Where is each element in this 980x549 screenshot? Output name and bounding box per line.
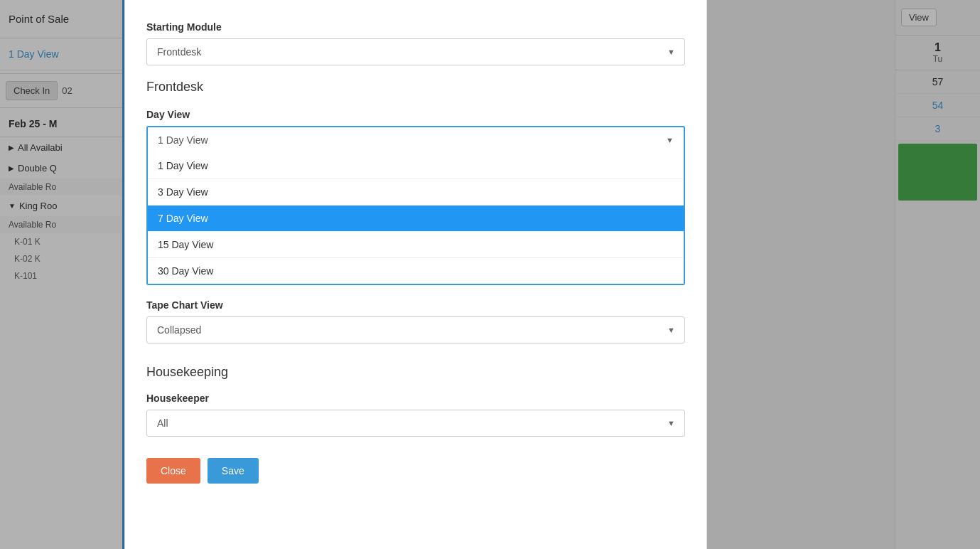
day-view-option-1[interactable]: 1 Day View bbox=[148, 153, 684, 179]
day-view-option-30[interactable]: 30 Day View bbox=[148, 258, 684, 284]
housekeeping-section: Housekeeping Housekeeper All bbox=[146, 365, 685, 437]
day-view-field-label: Day View bbox=[146, 109, 685, 120]
housekeeper-label: Housekeeper bbox=[146, 393, 685, 404]
settings-modal: Starting Module Frontdesk Frontdesk Day … bbox=[124, 0, 707, 549]
modal-footer: Close Save bbox=[146, 458, 685, 484]
day-view-dropdown-header[interactable]: 1 Day View ▼ bbox=[146, 126, 685, 153]
day-view-option-15[interactable]: 15 Day View bbox=[148, 232, 684, 258]
close-button[interactable]: Close bbox=[146, 458, 200, 484]
tape-chart-select[interactable]: Collapsed bbox=[146, 316, 685, 343]
starting-module-select-wrapper: Frontdesk bbox=[146, 38, 685, 65]
housekeeping-section-title: Housekeeping bbox=[146, 365, 685, 380]
tape-chart-label: Tape Chart View bbox=[146, 299, 685, 311]
housekeeper-select[interactable]: All bbox=[146, 410, 685, 437]
save-button[interactable]: Save bbox=[208, 458, 259, 484]
starting-module-label: Starting Module bbox=[146, 21, 685, 33]
day-view-dropdown-list: 1 Day View 3 Day View 7 Day View 15 Day … bbox=[146, 153, 685, 285]
housekeeper-select-wrapper: All bbox=[146, 410, 685, 437]
day-view-option-7[interactable]: 7 Day View bbox=[148, 206, 684, 232]
dropdown-chevron: ▼ bbox=[666, 136, 674, 144]
day-view-current-value: 1 Day View bbox=[158, 134, 208, 146]
frontdesk-section-title: Frontdesk bbox=[146, 80, 685, 95]
starting-module-select[interactable]: Frontdesk bbox=[146, 38, 685, 65]
tape-chart-select-wrapper: Collapsed bbox=[146, 316, 685, 343]
day-view-option-3[interactable]: 3 Day View bbox=[148, 179, 684, 206]
